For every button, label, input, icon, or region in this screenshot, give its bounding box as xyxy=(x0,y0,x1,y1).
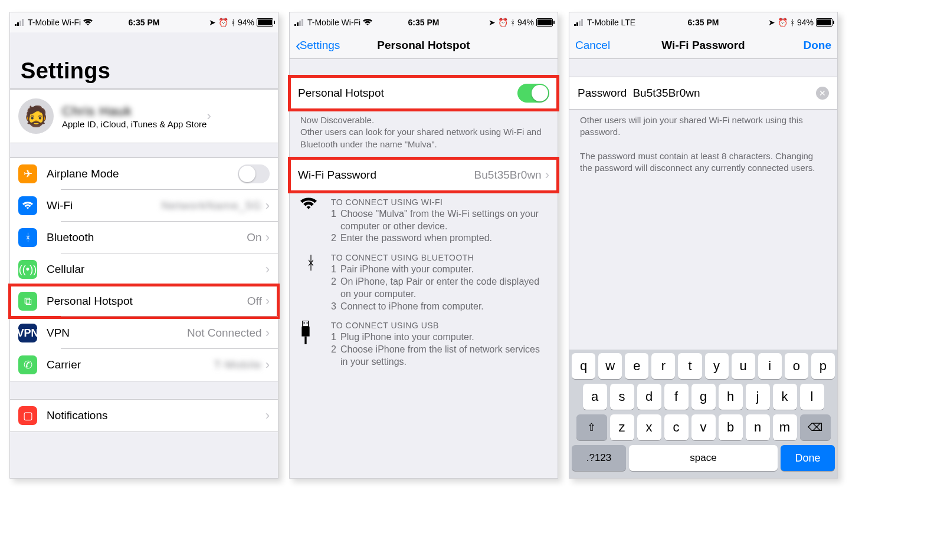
page-title: Settings xyxy=(10,32,278,89)
key-e[interactable]: e xyxy=(625,353,648,379)
hotspot-icon: ⧉ xyxy=(18,292,37,311)
svg-rect-1 xyxy=(304,322,305,324)
status-bar: T-Mobile Wi-Fi 6:35 PM ➤ ⏰ ᚼ 94% xyxy=(290,12,558,32)
bluetooth-icon: ᚼ xyxy=(300,253,322,312)
chevron-right-icon: › xyxy=(266,198,270,213)
key-b[interactable]: b xyxy=(719,414,743,440)
key-h[interactable]: h xyxy=(719,384,743,410)
svg-rect-3 xyxy=(301,327,309,337)
hotspot-toggle[interactable] xyxy=(517,84,549,103)
chevron-right-icon: › xyxy=(545,167,549,183)
space-key[interactable]: space xyxy=(629,445,778,471)
key-g[interactable]: g xyxy=(691,384,716,410)
key-v[interactable]: v xyxy=(691,414,716,440)
value: Off xyxy=(247,295,262,308)
notifications-icon: ▢ xyxy=(18,406,37,425)
row-airplane-mode[interactable]: ✈︎ Airplane Mode xyxy=(10,158,278,190)
key-u[interactable]: u xyxy=(732,353,755,379)
key-d[interactable]: d xyxy=(637,384,661,410)
chevron-right-icon: › xyxy=(266,325,270,341)
key-l[interactable]: l xyxy=(800,384,824,410)
key-f[interactable]: f xyxy=(664,384,689,410)
row-hotspot-toggle[interactable]: Personal Hotspot xyxy=(290,77,558,109)
vpn-icon: VPN xyxy=(18,324,37,342)
row-wifi-password[interactable]: Wi-Fi Password Bu5t35Br0wn › xyxy=(290,159,558,191)
wifi-value: NetworkName_5G xyxy=(161,199,261,212)
key-q[interactable]: q xyxy=(572,353,595,379)
backspace-key[interactable]: ⌫ xyxy=(800,414,831,440)
row-carrier[interactable]: ✆ Carrier T-Mobile › xyxy=(10,349,278,381)
nav-bar: Cancel Wi-Fi Password Done xyxy=(569,32,837,59)
row-bluetooth[interactable]: ᚼ Bluetooth On › xyxy=(10,222,278,253)
key-c[interactable]: c xyxy=(664,414,689,440)
key-r[interactable]: r xyxy=(651,353,675,379)
status-bar: T-Mobile LTE 6:35 PM ➤ ⏰ ᚼ 94% xyxy=(569,12,837,32)
back-label: Settings xyxy=(300,39,340,52)
row-cellular[interactable]: ((•)) Cellular › xyxy=(10,253,278,285)
value: Bu5t35Br0wn xyxy=(474,169,542,182)
svg-rect-0 xyxy=(303,321,309,327)
row-wifi[interactable]: Wi-Fi NetworkName_5G › xyxy=(10,190,278,222)
usb-icon xyxy=(300,321,322,368)
numbers-key[interactable]: .?123 xyxy=(572,445,626,471)
key-n[interactable]: n xyxy=(746,414,770,440)
keyboard: qwertyuiop asdfghjkl ⇧ zxcvbnm ⌫ .?123 s… xyxy=(569,350,837,478)
password-note: Other users will join your shared Wi-Fi … xyxy=(569,110,837,182)
nav-bar: ‹ Settings Personal Hotspot xyxy=(290,32,558,59)
label: Personal Hotspot xyxy=(298,87,517,100)
back-button[interactable]: ‹ Settings xyxy=(290,32,346,58)
status-bar: T-Mobile Wi-Fi 6:35 PM ➤ ⏰ ᚼ 94% xyxy=(10,12,278,32)
kbd-row-2: asdfghjkl xyxy=(572,384,835,410)
key-a[interactable]: a xyxy=(583,384,607,410)
key-o[interactable]: o xyxy=(785,353,808,379)
key-m[interactable]: m xyxy=(773,414,797,440)
kbd-row-3: ⇧ zxcvbnm ⌫ xyxy=(572,414,835,440)
nav-title: Wi-Fi Password xyxy=(661,39,745,52)
battery-icon xyxy=(816,18,832,27)
kbd-row-1: qwertyuiop xyxy=(572,353,835,379)
airplane-toggle[interactable] xyxy=(238,164,270,183)
chevron-right-icon: › xyxy=(206,108,211,124)
chevron-right-icon: › xyxy=(266,262,270,277)
battery-icon xyxy=(257,18,273,27)
row-personal-hotspot[interactable]: ⧉ Personal Hotspot Off › xyxy=(10,285,278,317)
carrier-value: T-Mobile xyxy=(214,358,262,371)
key-z[interactable]: z xyxy=(610,414,634,440)
nav-title: Personal Hotspot xyxy=(377,39,470,52)
done-button[interactable]: Done xyxy=(798,32,838,58)
label: Carrier xyxy=(47,358,214,371)
chevron-right-icon: › xyxy=(266,408,270,423)
discoverable-note: Now Discoverable. Other users can look f… xyxy=(290,110,558,159)
shift-key[interactable]: ⇧ xyxy=(576,414,607,440)
label: Airplane Mode xyxy=(47,167,238,180)
key-t[interactable]: t xyxy=(678,353,702,379)
clock: 6:35 PM xyxy=(290,18,558,27)
row-vpn[interactable]: VPN VPN Not Connected › xyxy=(10,317,278,349)
cancel-button[interactable]: Cancel xyxy=(569,32,616,58)
clock: 6:35 PM xyxy=(10,18,278,27)
wifi-icon xyxy=(18,196,37,215)
wifi-icon xyxy=(300,197,322,245)
row-notifications[interactable]: ▢ Notifications › xyxy=(10,400,278,431)
key-j[interactable]: j xyxy=(746,384,770,410)
password-field-row[interactable]: Password Bu5t35Br0wn ✕ xyxy=(569,77,837,110)
password-input[interactable]: Bu5t35Br0wn xyxy=(632,87,816,100)
keyboard-done-key[interactable]: Done xyxy=(781,445,835,471)
instructions-wifi: TO CONNECT USING WI-FI 1Choose "Mulva" f… xyxy=(290,192,558,247)
key-p[interactable]: p xyxy=(811,353,835,379)
clear-icon[interactable]: ✕ xyxy=(816,87,829,100)
key-y[interactable]: y xyxy=(705,353,729,379)
key-i[interactable]: i xyxy=(758,353,782,379)
field-label: Password xyxy=(578,87,627,100)
airplane-icon: ✈︎ xyxy=(18,164,37,183)
key-x[interactable]: x xyxy=(637,414,661,440)
avatar: 🧔 xyxy=(18,98,54,134)
apple-id-row[interactable]: 🧔 Chris Hauk Apple ID, iCloud, iTunes & … xyxy=(10,90,278,143)
key-w[interactable]: w xyxy=(598,353,622,379)
chevron-right-icon: › xyxy=(266,357,270,373)
key-k[interactable]: k xyxy=(773,384,797,410)
key-s[interactable]: s xyxy=(610,384,634,410)
label: Notifications xyxy=(47,409,266,422)
carrier-icon: ✆ xyxy=(18,355,37,374)
label: Personal Hotspot xyxy=(47,295,247,308)
